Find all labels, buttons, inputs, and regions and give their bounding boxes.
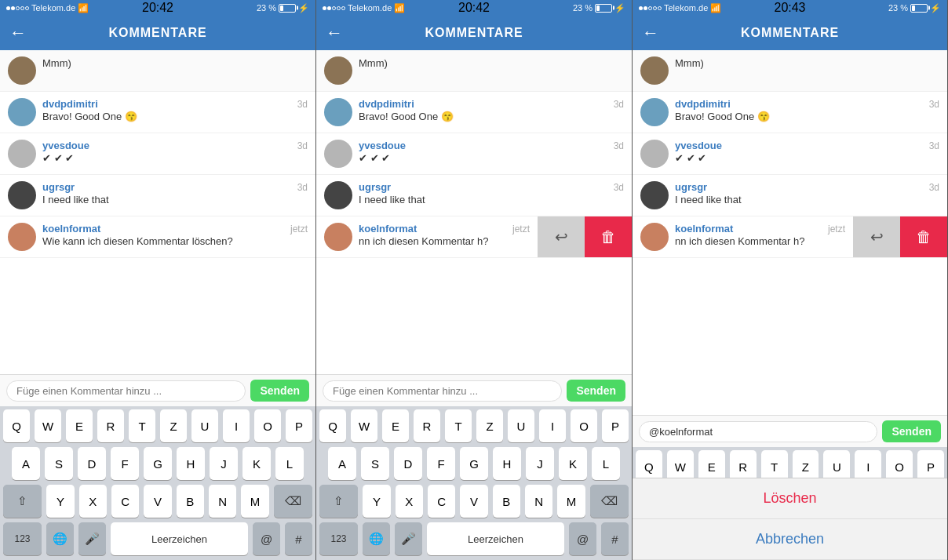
comment-input-2[interactable] <box>323 380 562 402</box>
key-p-2[interactable]: P <box>602 409 629 442</box>
key-mic-2[interactable]: 🎤 <box>395 522 422 555</box>
key-l-1[interactable]: L <box>275 447 304 480</box>
key-hash-2[interactable]: # <box>601 522 629 555</box>
key-v-2[interactable]: V <box>460 485 487 518</box>
key-at-2[interactable]: @ <box>569 522 596 555</box>
top-nav-3: ← KOMMENTARE <box>633 16 947 50</box>
key-u-1[interactable]: U <box>191 409 218 442</box>
action-cancel-button-3[interactable]: Abbrechen <box>633 519 947 560</box>
key-c-1[interactable]: C <box>111 485 139 518</box>
key-backspace-2[interactable]: ⌫ <box>590 485 629 518</box>
back-button-3[interactable]: ← <box>642 23 659 43</box>
key-q-1[interactable]: Q <box>3 409 30 442</box>
key-n-1[interactable]: N <box>209 485 236 518</box>
key-s-1[interactable]: S <box>45 447 73 480</box>
comment-item-p3-3[interactable]: ugrsgr I need like that 3d <box>633 175 947 216</box>
key-123-2[interactable]: 123 <box>319 522 358 555</box>
key-y-1[interactable]: Y <box>46 485 74 518</box>
comment-item-1[interactable]: dvdpdimitri Bravo! Good One 😙 3d <box>0 92 315 133</box>
key-g-1[interactable]: G <box>144 447 172 480</box>
key-f-2[interactable]: F <box>427 447 455 480</box>
key-r-2[interactable]: R <box>414 409 440 442</box>
comment-item-p2-4-swipe[interactable]: koelnformat nn ich diesen Kommentar h? j… <box>316 216 632 258</box>
key-z-1[interactable]: Z <box>160 409 187 442</box>
key-y-2[interactable]: Y <box>363 485 390 518</box>
key-r-1[interactable]: R <box>97 409 124 442</box>
key-p-1[interactable]: P <box>286 409 312 442</box>
key-v-1[interactable]: V <box>144 485 171 518</box>
comment-item-4[interactable]: koelnformat Wie kann ich diesen Kommenta… <box>0 216 315 258</box>
key-shift-1[interactable]: ⇧ <box>3 485 42 518</box>
key-backspace-1[interactable]: ⌫ <box>274 485 312 518</box>
key-n-2[interactable]: N <box>525 485 552 518</box>
key-j-2[interactable]: J <box>526 447 554 480</box>
key-i-2[interactable]: I <box>539 409 566 442</box>
send-button-2[interactable]: Senden <box>567 380 625 402</box>
comment-item-p2-2[interactable]: yvesdoue ✔ ✔ ✔ 3d <box>316 133 632 175</box>
comment-body-3-1: ugrsgr I need like that <box>42 181 293 205</box>
key-globe-2[interactable]: 🌐 <box>363 522 390 555</box>
key-o-1[interactable]: O <box>254 409 281 442</box>
key-m-2[interactable]: M <box>557 485 585 518</box>
key-f-1[interactable]: F <box>111 447 139 480</box>
key-space-1[interactable]: Leerzeichen <box>111 522 248 555</box>
key-t-1[interactable]: T <box>129 409 155 442</box>
comment-item-p3-4-swipe[interactable]: koelnformat nn ich diesen Kommentar h? j… <box>633 216 947 258</box>
key-q-2[interactable]: Q <box>319 409 346 442</box>
action-delete-button-3[interactable]: Löschen <box>633 478 947 519</box>
swipe-reply-button-2[interactable]: ↩ <box>538 216 585 257</box>
key-h-1[interactable]: H <box>177 447 205 480</box>
key-o-2[interactable]: O <box>571 409 597 442</box>
key-x-2[interactable]: X <box>396 485 423 518</box>
key-z-2[interactable]: Z <box>476 409 503 442</box>
status-right-1: 23 % ⚡ <box>257 3 309 13</box>
key-e-1[interactable]: E <box>66 409 93 442</box>
comment-item-p2-1[interactable]: dvdpdimitri Bravo! Good One 😙 3d <box>316 92 632 133</box>
status-bar-2: Telekom.de 📶 20:42 23 % ⚡ <box>316 0 632 16</box>
key-k-1[interactable]: K <box>242 447 271 480</box>
key-j-1[interactable]: J <box>210 447 238 480</box>
comment-item-p2-3[interactable]: ugrsgr I need like that 3d <box>316 175 632 216</box>
key-a-2[interactable]: A <box>328 447 356 480</box>
key-g-2[interactable]: G <box>460 447 488 480</box>
key-mic-1[interactable]: 🎤 <box>78 522 106 555</box>
key-at-1[interactable]: @ <box>253 522 280 555</box>
key-b-1[interactable]: B <box>177 485 204 518</box>
key-t-2[interactable]: T <box>445 409 472 442</box>
key-m-1[interactable]: M <box>241 485 268 518</box>
send-button-3[interactable]: Senden <box>882 420 941 442</box>
key-u-2[interactable]: U <box>508 409 534 442</box>
key-b-2[interactable]: B <box>493 485 520 518</box>
key-e-2[interactable]: E <box>382 409 409 442</box>
comment-text-2-2: ✔ ✔ ✔ <box>359 152 609 164</box>
key-i-1[interactable]: I <box>223 409 250 442</box>
comment-item-2[interactable]: yvesdoue ✔ ✔ ✔ 3d <box>0 133 315 175</box>
key-l-2[interactable]: L <box>592 447 620 480</box>
comment-item-p3-1[interactable]: dvdpdimitri Bravo! Good One 😙 3d <box>633 92 947 133</box>
key-c-2[interactable]: C <box>428 485 455 518</box>
key-w-1[interactable]: W <box>35 409 61 442</box>
send-button-1[interactable]: Senden <box>250 380 309 402</box>
key-d-2[interactable]: D <box>394 447 422 480</box>
swipe-reply-button-3[interactable]: ↩ <box>853 216 900 257</box>
comment-input-1[interactable] <box>6 380 246 402</box>
comment-item-3[interactable]: ugrsgr I need like that 3d <box>0 175 315 216</box>
swipe-delete-button-2[interactable]: 🗑 <box>585 216 632 257</box>
key-s-2[interactable]: S <box>361 447 389 480</box>
back-button-2[interactable]: ← <box>326 23 343 43</box>
key-shift-2[interactable]: ⇧ <box>319 485 358 518</box>
key-space-2[interactable]: Leerzeichen <box>427 522 564 555</box>
key-w-2[interactable]: W <box>351 409 377 442</box>
comment-item-p3-2[interactable]: yvesdoue ✔ ✔ ✔ 3d <box>633 133 947 175</box>
key-x-1[interactable]: X <box>79 485 107 518</box>
back-button-1[interactable]: ← <box>9 23 27 43</box>
key-123-1[interactable]: 123 <box>3 522 42 555</box>
key-k-2[interactable]: K <box>559 447 587 480</box>
key-hash-1[interactable]: # <box>285 522 312 555</box>
key-globe-1[interactable]: 🌐 <box>46 522 74 555</box>
comment-input-3[interactable] <box>639 421 877 442</box>
swipe-delete-button-3[interactable]: 🗑 <box>900 216 947 257</box>
key-d-1[interactable]: D <box>78 447 106 480</box>
key-h-2[interactable]: H <box>493 447 521 480</box>
key-a-1[interactable]: A <box>12 447 40 480</box>
